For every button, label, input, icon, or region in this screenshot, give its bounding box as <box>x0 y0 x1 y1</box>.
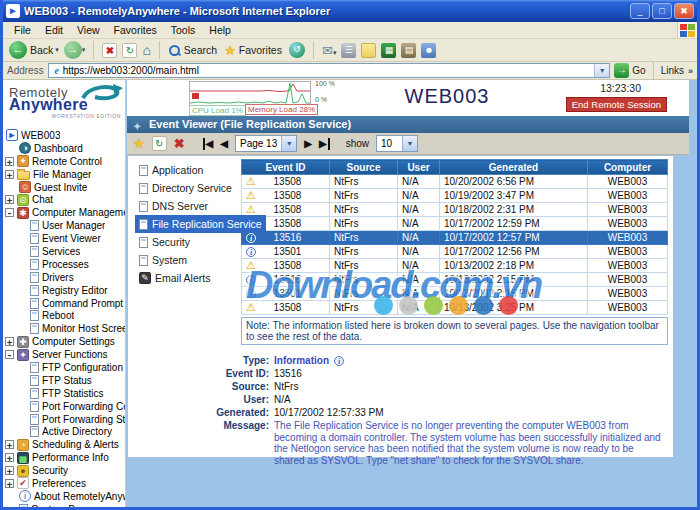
restore-button[interactable]: □ <box>652 3 672 19</box>
menu-help[interactable]: Help <box>202 24 238 36</box>
category-dns-server[interactable]: DNS Server <box>135 197 212 215</box>
menu-edit[interactable]: Edit <box>38 24 70 36</box>
sidebar-item-active-directory[interactable]: Active Directory <box>3 425 125 438</box>
column-header-source[interactable]: Source <box>330 160 398 175</box>
sidebar-item-server-functions[interactable]: -✦Server Functions <box>3 348 125 361</box>
tree-expander-expand-icon[interactable]: + <box>5 157 14 166</box>
tree-expander-expand-icon[interactable]: + <box>5 170 14 179</box>
graph-legend-marker <box>192 93 199 99</box>
sidebar-item-ftp-statistics[interactable]: FTP Statistics <box>3 387 125 400</box>
stop-button[interactable]: ✖ <box>102 43 117 58</box>
sidebar-item-event-viewer[interactable]: Event Viewer <box>3 232 125 245</box>
next-page-button[interactable]: ▶ <box>304 138 312 150</box>
mail-button[interactable]: ✉▾ <box>322 43 336 58</box>
table-header-row: Event IDSourceUserGeneratedComputer <box>242 160 668 175</box>
refresh-icon[interactable]: ↻ <box>152 136 167 151</box>
tree-expander-expand-icon[interactable]: + <box>5 195 14 204</box>
show-count-select[interactable]: 10 ▼ <box>376 135 418 152</box>
prev-page-button[interactable]: ◀ <box>220 138 228 150</box>
sidebar-item-monitor-host-screen[interactable]: Monitor Host Screen <box>3 322 125 335</box>
delete-icon[interactable]: ✖ <box>174 136 185 151</box>
category-system[interactable]: System <box>135 251 191 269</box>
address-dropdown-icon[interactable]: ▼ <box>594 64 609 77</box>
event-row-13516[interactable]: i13516NtFrsN/A10/17/2002 12:57 PMWEB003 <box>242 231 668 245</box>
event-row-13508[interactable]: ⚠13508NtFrsN/A10/18/2002 2:31 PMWEB003 <box>242 203 668 217</box>
sidebar-item-port-forwarding-status[interactable]: Port Forwarding Status <box>3 413 125 426</box>
sidebar-item-computer-management[interactable]: -✱Computer Management <box>3 206 125 219</box>
tree-expander-expand-icon[interactable]: + <box>5 440 14 449</box>
sidebar-item-chat[interactable]: +⊙Chat <box>3 193 125 206</box>
sidebar-item-command-prompt[interactable]: Command Prompt <box>3 297 125 310</box>
event-row-13508[interactable]: ⚠13508NtFrsN/A10/20/2002 6:56 PMWEB003 <box>242 175 668 189</box>
category-security[interactable]: Security <box>135 233 194 251</box>
go-button[interactable]: → Go <box>614 63 645 78</box>
edit-note-button[interactable] <box>361 43 376 58</box>
search-button[interactable]: Search <box>168 44 219 57</box>
forward-button[interactable]: → ▾ <box>64 41 86 59</box>
page-select[interactable]: Page 13 ▼ <box>235 135 297 152</box>
sidebar-item-security[interactable]: +●Security <box>3 464 125 477</box>
column-header-user[interactable]: User <box>398 160 440 175</box>
tree-expander-collapse-icon[interactable]: - <box>5 208 14 217</box>
minimize-button[interactable]: _ <box>630 3 650 19</box>
sidebar-item-file-manager[interactable]: +File Manager <box>3 168 125 181</box>
sidebar-item-services[interactable]: Services <box>3 245 125 258</box>
menu-file[interactable]: File <box>7 24 38 36</box>
sidebar-item-scheduling-alerts[interactable]: +◔Scheduling & Alerts <box>3 438 125 451</box>
sidebar-item-reboot[interactable]: Reboot <box>3 309 125 322</box>
separator <box>159 41 160 59</box>
back-dropdown-icon[interactable]: ▾ <box>55 46 59 54</box>
event-row-13501[interactable]: i13501NtFrsN/A10/17/2002 12:56 PMWEB003 <box>242 245 668 259</box>
reference-button[interactable]: ▤ <box>401 43 416 58</box>
sidebar-item-about-remotelyanywhere[interactable]: iAbout RemotelyAnywhere <box>3 490 125 503</box>
close-button[interactable]: ✖ <box>674 3 694 19</box>
category-email-alerts[interactable]: ✎Email Alerts <box>135 269 214 287</box>
tree-expander-expand-icon[interactable]: + <box>5 466 14 475</box>
title-bar[interactable]: ► WEB003 - RemotelyAnywhere - Microsoft … <box>3 0 697 22</box>
sidebar-item-drivers[interactable]: Drivers <box>3 271 125 284</box>
favorite-star-icon[interactable]: ★ <box>133 136 145 151</box>
history-button[interactable]: ↺ <box>289 42 305 58</box>
tree-expander-collapse-icon[interactable]: - <box>5 350 14 359</box>
sidebar-item-remote-control[interactable]: +✦Remote Control <box>3 155 125 168</box>
tree-expander-expand-icon[interactable]: + <box>5 479 14 488</box>
sidebar-item-custom-pages[interactable]: Custom Pages <box>3 503 125 507</box>
back-button[interactable]: ← Back ▾ <box>9 41 59 59</box>
sidebar-item-ftp-configuration[interactable]: FTP Configuration <box>3 361 125 374</box>
sidebar-item-user-manager[interactable]: User Manager <box>3 219 125 232</box>
address-input[interactable]: e https://web003:2000/main.html ▼ <box>48 63 611 78</box>
menu-view[interactable]: View <box>70 24 107 36</box>
sidebar-item-performance-info[interactable]: +▅Performance Info <box>3 451 125 464</box>
tree-expander-expand-icon[interactable]: + <box>5 453 14 462</box>
menu-tools[interactable]: Tools <box>164 24 203 36</box>
sidebar-item-processes[interactable]: Processes <box>3 258 125 271</box>
messenger-button[interactable]: ☻ <box>421 43 436 58</box>
print-button[interactable]: ☰ <box>341 43 356 58</box>
tree-expander-expand-icon[interactable]: + <box>5 337 14 346</box>
favorites-button[interactable]: ★ Favorites <box>224 43 284 58</box>
remotelyanywhere-pro-button[interactable]: ▦ <box>381 43 396 58</box>
last-page-button[interactable]: ▶ <box>319 138 330 150</box>
first-page-button[interactable]: ◀ <box>203 138 214 150</box>
sidebar-item-preferences[interactable]: +✔Preferences <box>3 477 125 490</box>
event-row-13508[interactable]: ⚠13508NtFrsN/A10/19/2002 3:47 PMWEB003 <box>242 189 668 203</box>
sidebar-item-registry-editor[interactable]: Registry Editor <box>3 284 125 297</box>
refresh-button[interactable]: ↻ <box>122 43 137 58</box>
links-label[interactable]: Links <box>661 65 684 76</box>
sidebar-item-ftp-status[interactable]: FTP Status <box>3 374 125 387</box>
sidebar-item-port-forwarding-config[interactable]: Port Forwarding Config <box>3 400 125 413</box>
sidebar-item-guest-invite[interactable]: ☺Guest Invite <box>3 181 125 194</box>
menu-favorites[interactable]: Favorites <box>107 24 164 36</box>
column-header-generated[interactable]: Generated <box>440 160 588 175</box>
category-directory-service[interactable]: Directory Service <box>135 179 236 197</box>
category-application[interactable]: Application <box>135 161 207 179</box>
sidebar-item-dashboard[interactable]: ◑Dashboard <box>3 142 125 155</box>
sidebar-item-computer-settings[interactable]: +✚Computer Settings <box>3 335 125 348</box>
category-file-replication-service[interactable]: File Replication Service <box>135 215 266 233</box>
event-row-13508[interactable]: ⚠13508NtFrsN/A10/17/2002 12:59 PMWEB003 <box>242 217 668 231</box>
end-remote-session-button[interactable]: End Remote Session <box>566 97 667 112</box>
home-button[interactable]: ⌂ <box>142 43 150 58</box>
links-chevron-icon[interactable]: » <box>688 66 693 76</box>
column-header-computer[interactable]: Computer <box>588 160 668 175</box>
sidebar-item-web003[interactable]: ►WEB003 <box>3 129 125 142</box>
